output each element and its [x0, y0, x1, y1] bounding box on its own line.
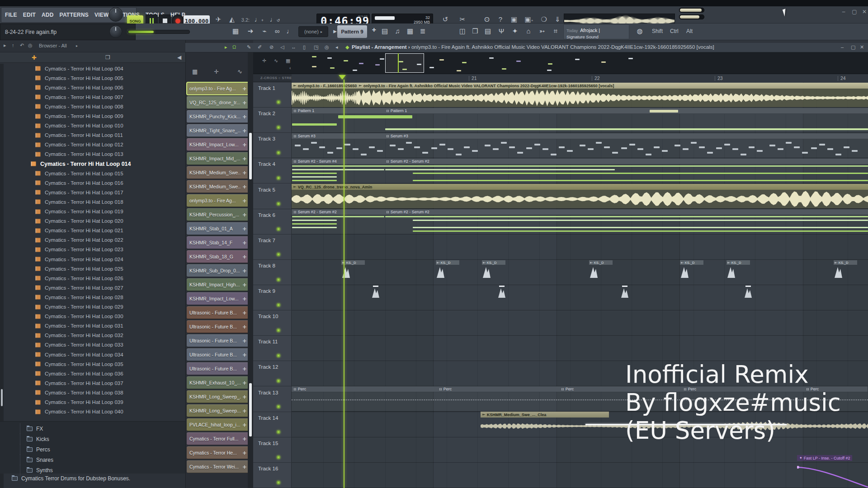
browser-item[interactable]: Cymatics - Terror Hi Hat Loop 028	[5, 292, 184, 302]
drum-hit-clip[interactable]: ⇤KS._D	[834, 260, 857, 283]
track-header[interactable]: Track 1	[253, 82, 292, 108]
event-editor-icon[interactable]: ≣	[417, 27, 429, 35]
browser-item[interactable]: Cymatics - Terror Hi Hat Loop 015	[5, 169, 184, 178]
browser-item[interactable]: Cymatics - Terror Hi Hat Loop 011	[5, 131, 184, 140]
audio-clip-label[interactable]: ⇤KSHMR_Medium_Swe_..._Clea	[481, 412, 609, 418]
playlist-maximize-icon[interactable]: ▢	[851, 44, 855, 50]
clip-source-item[interactable]: KSHMR_Percussion_...✛	[187, 208, 249, 221]
mic-icon[interactable]: ʘ	[481, 15, 493, 23]
project-picker-icon[interactable]: ▤	[482, 27, 494, 35]
help-icon[interactable]: ?	[495, 15, 506, 23]
add-icon[interactable]: ✚	[32, 54, 37, 61]
drum-hit-waveform[interactable]	[372, 288, 386, 298]
cut-icon[interactable]: ✂	[457, 15, 468, 23]
browser-item[interactable]: Cymatics - Terror Hi Hat Loop 029	[5, 302, 184, 312]
browser-item[interactable]: Cymatics - Terror Hi Hat Loop 008	[5, 102, 184, 111]
clip-source-item[interactable]: Ultrasonic - Future B...✛	[187, 306, 249, 319]
browser-item[interactable]: Cymatics - Terror Hi Hat Loop 018	[5, 197, 184, 206]
clip-source-item[interactable]: KSHMR_Impact_Mid_...✛	[187, 152, 249, 165]
browser-up-icon[interactable]: ↑	[12, 42, 14, 48]
clip-source-item[interactable]: KSHMR_Punchy_Kick...✛	[187, 110, 249, 123]
browser-item[interactable]: Cymatics - Terror Hi Hat Loop 009	[5, 112, 184, 121]
magnet-icon[interactable]: Ω	[232, 44, 236, 50]
mixer-icon[interactable]: ◫	[457, 27, 468, 35]
playlist-titlebar[interactable]: ▸ Ω ✎ ✐ ⊘ ◁ ↔ ▯ ◳ ◎ ◂ ◆ Playlist - Arran…	[185, 43, 868, 52]
preview-tool-icon[interactable]: ◂	[335, 44, 338, 50]
clip-source-item[interactable]: onlymp3.to - Fire Ag...✛	[187, 82, 249, 95]
pattern-clip[interactable]: ⊟Pattern 1	[292, 108, 384, 133]
clip-source-item[interactable]: KSHMR_Impact_High...✛	[187, 278, 249, 291]
browser-folder-fx[interactable]: FX	[20, 423, 174, 434]
browser-breadcrumb[interactable]: Browser - All	[39, 43, 67, 48]
browser-item[interactable]: Cymatics - Terror Hi Hat Loop 032	[5, 331, 184, 340]
clip-source-item[interactable]: KSHMR_Medium_Swe...✛	[187, 180, 249, 193]
track-led[interactable]	[277, 202, 280, 206]
track-header[interactable]: Track 7	[253, 235, 292, 260]
master-volume-slider[interactable]	[127, 30, 190, 34]
clip-source-item[interactable]: KSHMR_Stab_01_A✛	[187, 222, 249, 235]
minimap-move-icon[interactable]: ✛	[262, 58, 266, 64]
overdub-icon[interactable]: ✈	[212, 15, 224, 23]
menu-add[interactable]: ADD	[42, 12, 54, 18]
browser-item[interactable]: Cymatics - Terror Hi Hat Loop 027	[5, 283, 184, 292]
playhead-marker[interactable]	[339, 75, 346, 80]
delete-tool-icon[interactable]: ⊘	[269, 44, 274, 50]
browser-item[interactable]: Cymatics - Terror Hi Hat Loop 033	[5, 340, 184, 350]
save-icon[interactable]: ▣	[508, 15, 520, 23]
scroll-thumb[interactable]	[249, 133, 252, 179]
drum-hit-waveform[interactable]	[498, 288, 512, 298]
clip-source-item[interactable]: KSHMR_Exhaust_10_...✛	[187, 376, 249, 389]
minimap-link-icon[interactable]: ∿	[274, 58, 278, 64]
track-header[interactable]: Track 16	[253, 463, 292, 488]
clip-source-item[interactable]: KSHMR_Medium_Swe...✛	[187, 166, 249, 179]
clip-source-item[interactable]: onlymp3.to - Fire Ag...✛	[187, 194, 249, 207]
track-led[interactable]	[277, 227, 280, 231]
track-led[interactable]	[277, 405, 280, 408]
track-header[interactable]: Track 10	[253, 310, 292, 336]
browser-item[interactable]: Cymatics - Terror Hi Hat Loop 034	[5, 350, 184, 359]
browser-item[interactable]: Cymatics - Terror Hi Hat Loop 017	[5, 188, 184, 197]
chat-icon[interactable]: ❍	[538, 15, 550, 23]
drum-hit-clip[interactable]: ⇤KS._D	[482, 260, 505, 283]
track-header[interactable]: Track 14	[253, 412, 292, 437]
browser-item[interactable]: Cymatics - Terror Hi Hat Loop 023	[5, 245, 184, 254]
browser-item[interactable]: Cymatics - Terror Hi Hat Loop 013	[5, 150, 184, 159]
typing-keyboard-icon[interactable]: ▦	[230, 27, 241, 35]
track-led[interactable]	[277, 328, 280, 332]
browser-item[interactable]: Cymatics - Terror Hi Hat Loop 020	[5, 216, 184, 226]
track-header[interactable]: Track 3	[253, 133, 292, 158]
main-pitch-slider[interactable]	[679, 8, 704, 13]
shuffle-knob[interactable]	[109, 25, 122, 38]
minimap-grid-icon[interactable]: ▦	[286, 58, 290, 64]
drum-hit-clip[interactable]: ⇤KS._D	[341, 260, 365, 283]
collapse-arrow-icon[interactable]: ‹	[289, 65, 291, 70]
slide-tool-icon[interactable]: ⌁	[259, 27, 270, 35]
drum-hit-clip[interactable]	[373, 286, 378, 287]
browser-item[interactable]: Cymatics - Terror Hi Hat Loop 012	[5, 140, 184, 150]
browser-item[interactable]: Cymatics - Terror Hi Hat Loop 040	[5, 407, 184, 417]
track-led[interactable]	[277, 481, 280, 484]
track-header[interactable]: Track 11	[253, 336, 292, 361]
clip-grid-icon[interactable]: ▦	[192, 68, 198, 75]
clip-source-item[interactable]: Cymatics - Terror Wei...✛	[187, 460, 249, 473]
track-led[interactable]	[277, 455, 280, 459]
browser-item[interactable]: Cymatics - Terror Hi Hat Loop 025	[5, 264, 184, 273]
browser-item[interactable]: Cymatics - Terror Hi Hat Loop 030	[5, 312, 184, 321]
menu-file[interactable]: FILE	[5, 12, 17, 18]
track-led[interactable]	[277, 151, 280, 155]
track-led[interactable]	[277, 253, 280, 256]
clip-source-item[interactable]: KSHMR_Long_Sweep_...✛	[187, 390, 249, 403]
metronome-icon[interactable]: ◭	[226, 15, 238, 23]
track-led[interactable]	[277, 126, 280, 129]
perc-clip[interactable]: ⊟Perc	[437, 386, 559, 411]
track-header[interactable]: Track 4	[253, 158, 292, 183]
piano-roll-icon[interactable]: ♫	[392, 27, 403, 35]
clip-source-item[interactable]: KSHMR_Long_Sweep...✛	[187, 404, 249, 417]
browser-item[interactable]: Cymatics - Terror Hi Hat Loop 038	[5, 388, 184, 397]
browser-toggle-icon[interactable]: ❒	[469, 27, 481, 35]
browser-item[interactable]: Cymatics - Terror Hi Hat Loop 022	[5, 235, 184, 245]
browser-item[interactable]: Cymatics - Terror Hi Hat Loop 035	[5, 359, 184, 369]
slip-tool-icon[interactable]: ↔	[291, 44, 296, 50]
main-volume-slider[interactable]	[679, 14, 704, 19]
close-button[interactable]: ✕	[860, 9, 868, 15]
